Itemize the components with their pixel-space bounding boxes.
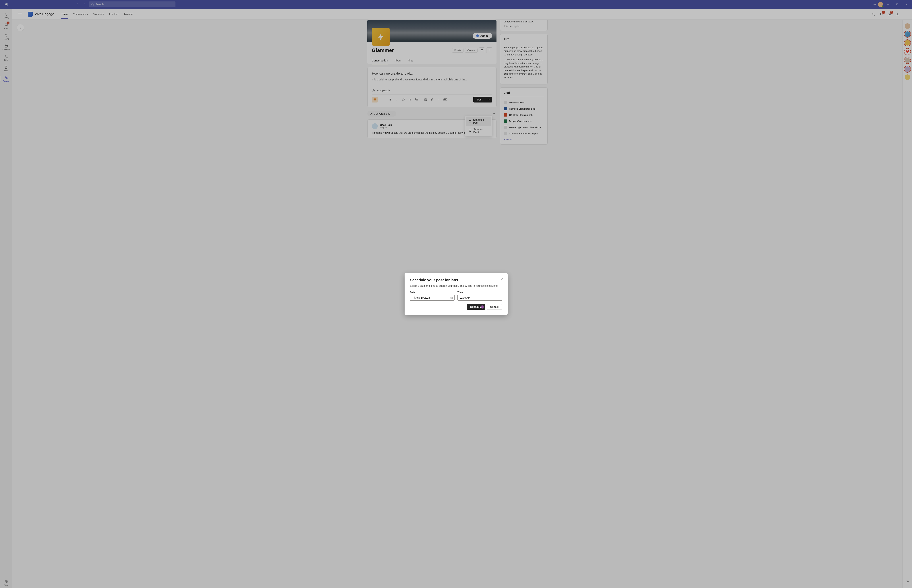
time-picker[interactable] (457, 295, 502, 300)
modal-overlay[interactable]: Schedule your post for later Select a da… (0, 0, 912, 588)
button-label: Schedule (470, 305, 481, 309)
time-input[interactable] (460, 296, 496, 299)
cursor-highlight (481, 305, 484, 309)
calendar-icon (450, 296, 453, 299)
chevron-down-icon (498, 297, 500, 299)
date-picker[interactable] (410, 295, 455, 300)
dialog-close-button[interactable] (500, 276, 504, 281)
time-label: Time (457, 291, 502, 294)
dialog-description: Select a date and time to publish your p… (410, 284, 502, 287)
date-label: Date (410, 291, 455, 294)
schedule-post-dialog: Schedule your post for later Select a da… (405, 273, 508, 315)
date-input[interactable] (412, 296, 449, 299)
dialog-title: Schedule your post for later (410, 278, 502, 282)
schedule-button[interactable]: Schedule (467, 304, 485, 310)
cancel-button[interactable]: Cancel (487, 304, 502, 310)
svg-rect-25 (451, 297, 453, 299)
